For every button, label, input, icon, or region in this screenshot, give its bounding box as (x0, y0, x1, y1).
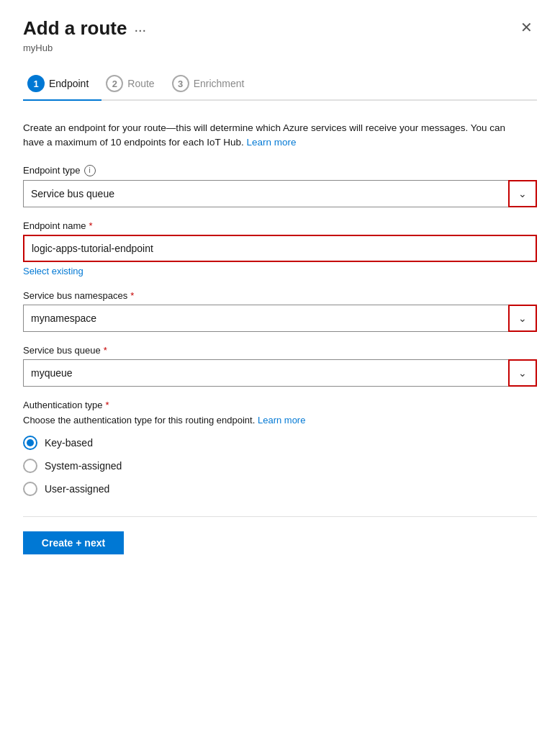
add-route-panel: Add a route ··· ✕ myHub 1 Endpoint 2 Rou… (0, 0, 560, 572)
endpoint-type-select-wrapper: Service bus queue Event Hub Storage Serv… (23, 180, 537, 207)
learn-more-description-link[interactable]: Learn more (246, 137, 296, 148)
panel-header: Add a route ··· ✕ (23, 17, 537, 40)
service-bus-queue-label: Service bus queue * (23, 345, 537, 356)
radio-user-assigned-label: User-assigned (45, 483, 109, 495)
endpoint-name-required-star: * (89, 220, 92, 231)
namespaces-required-star: * (130, 290, 134, 301)
step-3-circle: 3 (172, 75, 189, 92)
step-1-label: Endpoint (49, 78, 89, 89)
auth-required-star: * (106, 400, 109, 410)
radio-system-assigned-circle (23, 459, 37, 473)
description-text: Create an endpoint for your route—this w… (23, 121, 527, 150)
auth-radio-group: Key-based System-assigned User-assigned (23, 436, 537, 496)
more-options-icon[interactable]: ··· (134, 22, 146, 38)
close-button[interactable]: ✕ (516, 17, 537, 37)
radio-user-assigned[interactable]: User-assigned (23, 482, 537, 496)
queue-required-star: * (104, 345, 107, 356)
step-1-circle: 1 (27, 75, 45, 92)
radio-user-assigned-circle (23, 482, 37, 496)
radio-system-assigned[interactable]: System-assigned (23, 459, 537, 473)
namespaces-select-wrapper: mynamespace ⌄ (23, 305, 537, 332)
panel-subtitle: myHub (23, 42, 537, 53)
create-next-button[interactable]: Create + next (23, 531, 124, 554)
steps-navigation: 1 Endpoint 2 Route 3 Enrichment (23, 68, 537, 101)
endpoint-type-select[interactable]: Service bus queue Event Hub Storage Serv… (23, 180, 537, 207)
endpoint-type-field: Endpoint type i Service bus queue Event … (23, 165, 537, 207)
step-endpoint[interactable]: 1 Endpoint (23, 68, 101, 101)
endpoint-type-label: Endpoint type i (23, 165, 537, 176)
divider (23, 516, 537, 517)
action-row: Create + next (23, 531, 537, 554)
endpoint-type-dropdown-icon[interactable]: ⌄ (508, 180, 537, 207)
endpoint-name-input[interactable] (23, 235, 537, 262)
namespaces-dropdown-icon[interactable]: ⌄ (508, 305, 537, 332)
endpoint-name-label: Endpoint name * (23, 220, 537, 231)
radio-key-based-label: Key-based (45, 437, 93, 449)
radio-system-assigned-label: System-assigned (45, 460, 122, 472)
endpoint-name-field: Endpoint name * Select existing (23, 220, 537, 277)
step-2-circle: 2 (106, 75, 123, 92)
step-enrichment[interactable]: 3 Enrichment (168, 68, 258, 99)
radio-key-based-circle (23, 436, 37, 450)
service-bus-queue-field: Service bus queue * myqueue ⌄ (23, 345, 537, 387)
panel-title: Add a route (23, 17, 127, 40)
authentication-type-label: Authentication type * (23, 400, 537, 410)
step-2-label: Route (127, 78, 154, 89)
service-bus-namespaces-field: Service bus namespaces * mynamespace ⌄ (23, 290, 537, 332)
title-area: Add a route ··· (23, 17, 146, 40)
endpoint-type-info-icon[interactable]: i (84, 165, 96, 176)
step-route[interactable]: 2 Route (101, 68, 167, 99)
queue-select[interactable]: myqueue (23, 359, 537, 387)
step-3-label: Enrichment (194, 78, 245, 89)
queue-dropdown-icon[interactable]: ⌄ (508, 359, 537, 387)
auth-description: Choose the authentication type for this … (23, 415, 537, 426)
select-existing-link[interactable]: Select existing (23, 266, 83, 276)
service-bus-namespaces-label: Service bus namespaces * (23, 290, 537, 301)
radio-key-based[interactable]: Key-based (23, 436, 537, 450)
authentication-type-field: Authentication type * Choose the authent… (23, 400, 537, 496)
radio-key-based-inner (27, 439, 34, 446)
queue-select-wrapper: myqueue ⌄ (23, 359, 537, 387)
namespaces-select[interactable]: mynamespace (23, 305, 537, 332)
auth-learn-more-link[interactable]: Learn more (258, 415, 305, 426)
